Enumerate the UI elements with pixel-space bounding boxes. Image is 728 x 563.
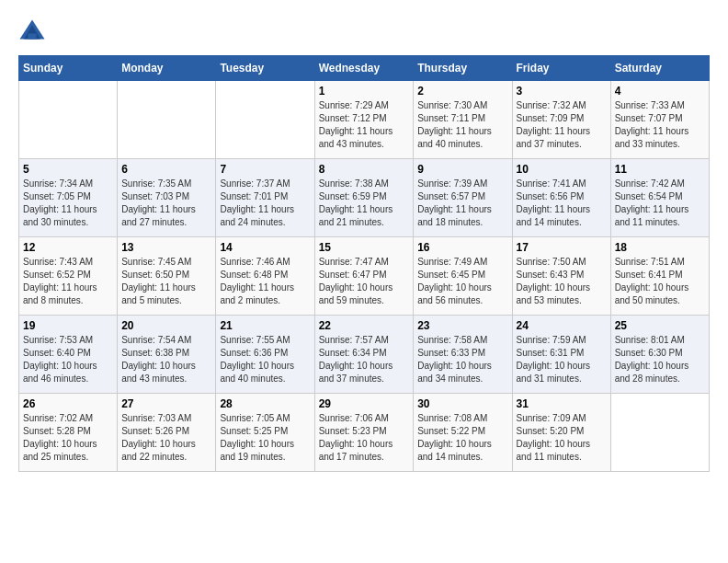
day-info: Sunrise: 7:53 AM Sunset: 6:40 PM Dayligh… — [23, 334, 113, 385]
calendar-cell: 5Sunrise: 7:34 AM Sunset: 7:05 PM Daylig… — [19, 159, 118, 237]
calendar-cell — [118, 81, 216, 159]
calendar-cell — [216, 81, 314, 159]
calendar-cell: 9Sunrise: 7:39 AM Sunset: 6:57 PM Daylig… — [414, 159, 512, 237]
calendar-cell: 2Sunrise: 7:30 AM Sunset: 7:11 PM Daylig… — [414, 81, 512, 159]
calendar-cell: 8Sunrise: 7:38 AM Sunset: 6:59 PM Daylig… — [314, 159, 414, 237]
day-number: 29 — [319, 397, 410, 410]
calendar-cell: 24Sunrise: 7:59 AM Sunset: 6:31 PM Dayli… — [512, 316, 610, 394]
day-info: Sunrise: 7:45 AM Sunset: 6:50 PM Dayligh… — [121, 256, 211, 307]
calendar-week-row: 12Sunrise: 7:43 AM Sunset: 6:52 PM Dayli… — [19, 237, 710, 316]
day-info: Sunrise: 7:03 AM Sunset: 5:26 PM Dayligh… — [121, 412, 211, 464]
weekday-header-friday: Friday — [512, 56, 610, 81]
calendar-table: SundayMondayTuesdayWednesdayThursdayFrid… — [18, 55, 710, 472]
day-info: Sunrise: 7:37 AM Sunset: 7:01 PM Dayligh… — [220, 178, 310, 229]
day-number: 22 — [319, 319, 410, 332]
calendar-cell: 31Sunrise: 7:09 AM Sunset: 5:20 PM Dayli… — [512, 394, 610, 472]
calendar-cell: 17Sunrise: 7:50 AM Sunset: 6:43 PM Dayli… — [512, 237, 610, 316]
day-number: 28 — [220, 397, 310, 410]
weekday-header-sunday: Sunday — [19, 56, 118, 81]
day-info: Sunrise: 7:47 AM Sunset: 6:47 PM Dayligh… — [319, 256, 410, 307]
day-info: Sunrise: 7:50 AM Sunset: 6:43 PM Dayligh… — [517, 256, 607, 307]
calendar-cell: 12Sunrise: 7:43 AM Sunset: 6:52 PM Dayli… — [19, 237, 118, 316]
day-info: Sunrise: 7:34 AM Sunset: 7:05 PM Dayligh… — [23, 178, 113, 229]
day-info: Sunrise: 7:51 AM Sunset: 6:41 PM Dayligh… — [615, 256, 705, 307]
day-info: Sunrise: 7:08 AM Sunset: 5:22 PM Dayligh… — [417, 412, 507, 464]
weekday-header-tuesday: Tuesday — [216, 56, 314, 81]
day-info: Sunrise: 7:38 AM Sunset: 6:59 PM Dayligh… — [319, 178, 410, 229]
day-info: Sunrise: 7:35 AM Sunset: 7:03 PM Dayligh… — [121, 178, 211, 229]
day-info: Sunrise: 7:58 AM Sunset: 6:33 PM Dayligh… — [417, 334, 507, 385]
day-number: 16 — [417, 241, 507, 254]
day-number: 9 — [417, 163, 507, 176]
calendar-week-row: 1Sunrise: 7:29 AM Sunset: 7:12 PM Daylig… — [19, 81, 710, 159]
day-number: 25 — [615, 319, 705, 332]
calendar-cell: 19Sunrise: 7:53 AM Sunset: 6:40 PM Dayli… — [19, 316, 118, 394]
day-number: 21 — [220, 319, 310, 332]
day-number: 2 — [417, 85, 507, 98]
day-number: 24 — [517, 319, 607, 332]
calendar-cell: 22Sunrise: 7:57 AM Sunset: 6:34 PM Dayli… — [314, 316, 414, 394]
day-number: 30 — [417, 397, 507, 410]
calendar-cell: 20Sunrise: 7:54 AM Sunset: 6:38 PM Dayli… — [118, 316, 216, 394]
calendar-cell: 25Sunrise: 8:01 AM Sunset: 6:30 PM Dayli… — [610, 316, 709, 394]
day-info: Sunrise: 7:59 AM Sunset: 6:31 PM Dayligh… — [517, 334, 607, 385]
day-number: 10 — [517, 163, 607, 176]
day-info: Sunrise: 7:05 AM Sunset: 5:25 PM Dayligh… — [220, 412, 310, 464]
day-info: Sunrise: 7:43 AM Sunset: 6:52 PM Dayligh… — [23, 256, 113, 307]
day-info: Sunrise: 7:54 AM Sunset: 6:38 PM Dayligh… — [121, 334, 211, 385]
day-number: 18 — [615, 241, 705, 254]
calendar-cell: 26Sunrise: 7:02 AM Sunset: 5:28 PM Dayli… — [19, 394, 118, 472]
svg-rect-2 — [28, 34, 37, 40]
calendar-cell: 1Sunrise: 7:29 AM Sunset: 7:12 PM Daylig… — [314, 81, 414, 159]
day-number: 31 — [517, 397, 607, 410]
calendar-cell: 10Sunrise: 7:41 AM Sunset: 6:56 PM Dayli… — [512, 159, 610, 237]
weekday-header-wednesday: Wednesday — [314, 56, 414, 81]
calendar-week-row: 5Sunrise: 7:34 AM Sunset: 7:05 PM Daylig… — [19, 159, 710, 237]
calendar-week-row: 26Sunrise: 7:02 AM Sunset: 5:28 PM Dayli… — [19, 394, 710, 472]
calendar-cell: 23Sunrise: 7:58 AM Sunset: 6:33 PM Dayli… — [414, 316, 512, 394]
weekday-header-monday: Monday — [118, 56, 216, 81]
calendar-cell: 6Sunrise: 7:35 AM Sunset: 7:03 PM Daylig… — [118, 159, 216, 237]
calendar-cell: 30Sunrise: 7:08 AM Sunset: 5:22 PM Dayli… — [414, 394, 512, 472]
day-number: 20 — [121, 319, 211, 332]
day-info: Sunrise: 7:09 AM Sunset: 5:20 PM Dayligh… — [517, 412, 607, 464]
day-info: Sunrise: 7:33 AM Sunset: 7:07 PM Dayligh… — [615, 99, 705, 151]
calendar-cell — [19, 81, 118, 159]
calendar-cell: 15Sunrise: 7:47 AM Sunset: 6:47 PM Dayli… — [314, 237, 414, 316]
calendar-cell: 14Sunrise: 7:46 AM Sunset: 6:48 PM Dayli… — [216, 237, 314, 316]
day-number: 1 — [319, 85, 410, 98]
calendar-cell: 11Sunrise: 7:42 AM Sunset: 6:54 PM Dayli… — [610, 159, 709, 237]
day-number: 5 — [23, 163, 113, 176]
calendar-cell: 7Sunrise: 7:37 AM Sunset: 7:01 PM Daylig… — [216, 159, 314, 237]
day-number: 23 — [417, 319, 507, 332]
logo-icon — [18, 18, 46, 46]
calendar-cell: 28Sunrise: 7:05 AM Sunset: 5:25 PM Dayli… — [216, 394, 314, 472]
day-number: 11 — [615, 163, 705, 176]
calendar-cell: 18Sunrise: 7:51 AM Sunset: 6:41 PM Dayli… — [610, 237, 709, 316]
calendar-cell: 29Sunrise: 7:06 AM Sunset: 5:23 PM Dayli… — [314, 394, 414, 472]
day-info: Sunrise: 7:02 AM Sunset: 5:28 PM Dayligh… — [23, 412, 113, 464]
day-info: Sunrise: 7:46 AM Sunset: 6:48 PM Dayligh… — [220, 256, 310, 307]
day-number: 6 — [121, 163, 211, 176]
day-number: 3 — [517, 85, 607, 98]
calendar-week-row: 19Sunrise: 7:53 AM Sunset: 6:40 PM Dayli… — [19, 316, 710, 394]
day-info: Sunrise: 7:57 AM Sunset: 6:34 PM Dayligh… — [319, 334, 410, 385]
day-info: Sunrise: 7:29 AM Sunset: 7:12 PM Dayligh… — [319, 99, 410, 151]
day-number: 14 — [220, 241, 310, 254]
calendar-cell — [610, 394, 709, 472]
day-number: 17 — [517, 241, 607, 254]
day-info: Sunrise: 7:55 AM Sunset: 6:36 PM Dayligh… — [220, 334, 310, 385]
day-number: 26 — [23, 397, 113, 410]
weekday-header-thursday: Thursday — [414, 56, 512, 81]
day-info: Sunrise: 8:01 AM Sunset: 6:30 PM Dayligh… — [615, 334, 705, 385]
day-number: 27 — [121, 397, 211, 410]
calendar-cell: 16Sunrise: 7:49 AM Sunset: 6:45 PM Dayli… — [414, 237, 512, 316]
day-number: 7 — [220, 163, 310, 176]
calendar-cell: 13Sunrise: 7:45 AM Sunset: 6:50 PM Dayli… — [118, 237, 216, 316]
calendar-cell: 3Sunrise: 7:32 AM Sunset: 7:09 PM Daylig… — [512, 81, 610, 159]
calendar-cell: 27Sunrise: 7:03 AM Sunset: 5:26 PM Dayli… — [118, 394, 216, 472]
day-info: Sunrise: 7:42 AM Sunset: 6:54 PM Dayligh… — [615, 178, 705, 229]
day-number: 15 — [319, 241, 410, 254]
weekday-header-saturday: Saturday — [610, 56, 709, 81]
calendar-cell: 4Sunrise: 7:33 AM Sunset: 7:07 PM Daylig… — [610, 81, 709, 159]
